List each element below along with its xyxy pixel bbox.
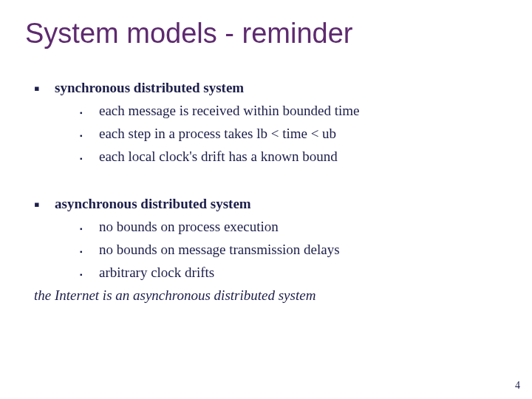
bullet-level2: ▪ no bounds on process execution [80, 219, 532, 235]
section-heading: asynchronous distributed system [55, 196, 251, 212]
square-bullet-icon: ▪ [34, 81, 55, 97]
bullet-text: each message is received within bounded … [99, 103, 359, 119]
square-bullet-icon: ▪ [80, 132, 99, 140]
section-heading: synchronous distributed system [55, 80, 244, 96]
sub-list: ▪ no bounds on process execution ▪ no bo… [34, 219, 532, 281]
square-bullet-icon: ▪ [80, 225, 99, 233]
slide-title: System models - reminder [0, 0, 532, 50]
bullet-level2: ▪ arbitrary clock drifts [80, 265, 532, 281]
bullet-level1: ▪ asynchronous distributed system [34, 195, 532, 212]
bullet-level2: ▪ each step in a process takes lb < time… [80, 126, 532, 142]
bullet-level2: ▪ no bounds on message transmission dela… [80, 242, 532, 258]
square-bullet-icon: ▪ [34, 197, 55, 213]
square-bullet-icon: ▪ [80, 270, 99, 279]
bullet-level1: ▪ synchronous distributed system [34, 79, 532, 96]
square-bullet-icon: ▪ [80, 109, 99, 117]
page-number: 4 [515, 380, 520, 392]
square-bullet-icon: ▪ [80, 248, 99, 256]
bullet-text: each local clock's drift has a known bou… [99, 149, 338, 165]
sub-list: ▪ each message is received within bounde… [34, 103, 532, 165]
slide-content: ▪ synchronous distributed system ▪ each … [0, 50, 532, 304]
bullet-text: no bounds on message transmission delays [99, 242, 340, 258]
bullet-text: arbitrary clock drifts [99, 265, 214, 281]
bullet-level2: ▪ each message is received within bounde… [80, 103, 532, 119]
bullet-text: each step in a process takes lb < time <… [99, 126, 336, 142]
square-bullet-icon: ▪ [80, 154, 99, 163]
bullet-text: no bounds on process execution [99, 219, 279, 235]
footnote: the Internet is an asynchronous distribu… [34, 287, 532, 304]
bullet-level2: ▪ each local clock's drift has a known b… [80, 149, 532, 165]
